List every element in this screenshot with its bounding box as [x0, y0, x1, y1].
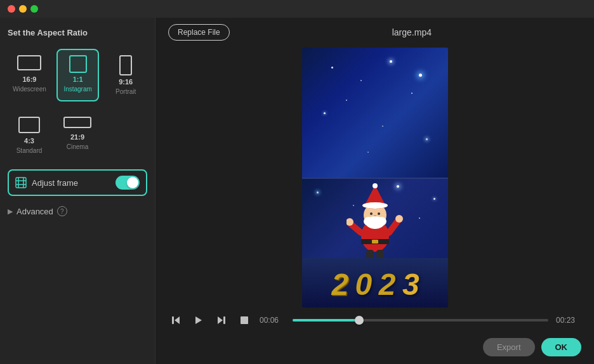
aspect-label-1-1-sub: Instagram	[63, 86, 91, 93]
svg-rect-4	[64, 117, 91, 127]
aspect-icon-16-9	[17, 55, 41, 73]
svg-marker-32	[175, 316, 180, 324]
aspect-ratio-grid-row1: 16:9 Widescreen 1:1 Instagram	[8, 49, 147, 101]
aspect-ratio-grid-row2: 4:3 Standard 21:9 Cinema	[8, 110, 147, 160]
svg-point-27	[395, 215, 403, 223]
close-button[interactable]	[8, 5, 15, 13]
svg-rect-37	[241, 316, 248, 324]
aspect-label-9-16-sub: Portrait	[116, 88, 136, 95]
aspect-icon-9-16	[119, 55, 132, 75]
time-total: 00:23	[556, 316, 581, 325]
right-panel: Replace File large.mp4	[155, 18, 594, 364]
svg-rect-12	[372, 240, 378, 244]
aspect-ratio-title: Set the Aspect Ratio	[8, 28, 147, 37]
progress-bar-fill	[293, 319, 359, 322]
advanced-info-icon[interactable]: ?	[57, 206, 67, 216]
svg-rect-2	[120, 56, 131, 75]
toggle-knob	[127, 177, 138, 188]
aspect-label-9-16-ratio: 9:16	[119, 78, 133, 86]
aspect-item-9-16[interactable]: 9:16 Portrait	[104, 49, 147, 101]
video-preview: 2 0 2 3	[302, 48, 448, 308]
santa-figure	[346, 182, 404, 264]
video-area: 2 0 2 3	[155, 47, 594, 308]
svg-rect-5	[16, 178, 26, 188]
aspect-icon-1-1	[69, 55, 87, 73]
export-button[interactable]: Export	[483, 338, 535, 356]
main-content: Set the Aspect Ratio 16:9 Widescreen	[0, 18, 594, 364]
title-bar	[0, 0, 594, 18]
progress-knob[interactable]	[355, 316, 364, 325]
aspect-icon-4-3	[18, 117, 40, 134]
controls-bar: 00:06 00:23	[155, 308, 594, 333]
ok-button[interactable]: OK	[541, 338, 582, 356]
minimize-button[interactable]	[19, 5, 27, 13]
aspect-label-1-1-ratio: 1:1	[73, 75, 83, 83]
svg-rect-0	[18, 56, 41, 70]
aspect-item-1-1[interactable]: 1:1 Instagram	[56, 49, 100, 101]
video-bottom-half: 2 0 2 3	[302, 179, 448, 308]
svg-rect-33	[172, 316, 174, 324]
bottom-bar: Export OK	[155, 333, 594, 364]
aspect-label-16-9-ratio: 16:9	[22, 75, 36, 83]
advanced-label: Advanced	[16, 207, 53, 216]
traffic-lights	[8, 5, 38, 13]
replace-file-button[interactable]: Replace File	[168, 24, 230, 41]
maximize-button[interactable]	[30, 5, 38, 13]
svg-point-18	[370, 212, 373, 215]
aspect-icon-21-9	[63, 117, 91, 131]
time-current: 00:06	[260, 316, 285, 325]
progress-bar[interactable]	[293, 319, 548, 322]
svg-point-17	[362, 202, 388, 209]
play-button[interactable]	[191, 313, 206, 328]
video-top-half	[302, 48, 448, 178]
stars-top	[302, 48, 448, 178]
svg-point-19	[378, 212, 380, 215]
svg-rect-1	[70, 56, 86, 72]
advanced-chevron-icon: ▶	[8, 207, 13, 216]
svg-point-22	[364, 217, 374, 226]
aspect-item-21-9[interactable]: 21:9 Cinema	[56, 110, 99, 160]
adjust-frame-label: Adjust frame	[32, 178, 110, 188]
step-forward-button[interactable]	[214, 313, 229, 328]
aspect-label-21-9-ratio: 21:9	[70, 133, 84, 141]
top-bar: Replace File large.mp4	[155, 18, 594, 47]
advanced-row[interactable]: ▶ Advanced ?	[8, 205, 147, 218]
skip-back-button[interactable]	[168, 313, 183, 328]
left-panel: Set the Aspect Ratio 16:9 Widescreen	[0, 18, 155, 364]
svg-marker-34	[195, 316, 202, 324]
stop-button[interactable]	[237, 313, 252, 328]
aspect-label-16-9-sub: Widescreen	[13, 86, 46, 93]
adjust-frame-icon	[15, 177, 27, 188]
aspect-label-21-9-sub: Cinema	[67, 143, 88, 150]
svg-marker-35	[218, 316, 223, 324]
year-display: 2 0 2 3	[302, 258, 448, 308]
aspect-item-16-9[interactable]: 16:9 Widescreen	[8, 49, 51, 101]
year-text: 2 0 2 3	[331, 264, 418, 302]
aspect-label-4-3-sub: Standard	[16, 147, 43, 154]
aspect-label-4-3-ratio: 4:3	[24, 137, 34, 145]
aspect-item-4-3[interactable]: 4:3 Standard	[8, 110, 51, 160]
adjust-frame-toggle[interactable]	[116, 176, 140, 190]
svg-rect-3	[19, 117, 39, 133]
svg-point-23	[376, 217, 386, 226]
adjust-frame-row: Adjust frame	[8, 169, 147, 196]
file-name: large.mp4	[242, 27, 581, 37]
svg-point-16	[373, 183, 378, 188]
svg-rect-36	[223, 316, 225, 324]
